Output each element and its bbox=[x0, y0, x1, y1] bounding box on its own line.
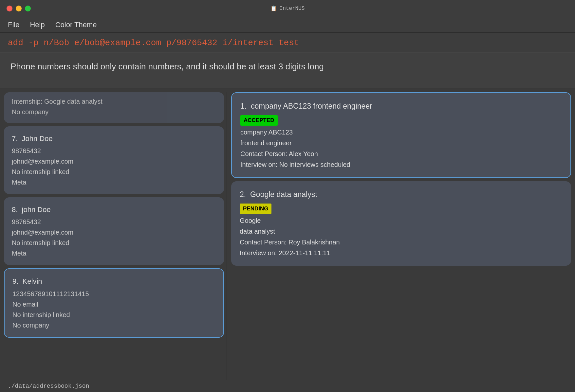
status-path: ./data/addressbook.json bbox=[8, 383, 89, 389]
contact-name-9: 9. Kelvin bbox=[12, 276, 215, 287]
title-bar: 📋 InterNUS bbox=[0, 0, 575, 17]
right-panel: 1. company ABC123 frontend engineer ACCE… bbox=[227, 92, 571, 380]
contact-internship-9: No internship linked bbox=[12, 310, 215, 320]
internship-card-1[interactable]: 1. company ABC123 frontend engineer ACCE… bbox=[231, 92, 571, 178]
contact-email-9: No email bbox=[12, 299, 215, 310]
error-area: Phone numbers should only contain number… bbox=[0, 52, 575, 88]
app-icon: 📋 bbox=[270, 5, 277, 12]
status-badge-1: ACCEPTED bbox=[240, 115, 278, 126]
status-badge-2: PENDING bbox=[240, 204, 271, 214]
contact-company-9: No company bbox=[12, 320, 215, 330]
contact-name-7: 7. John Doe bbox=[12, 133, 216, 144]
contact-name-8: 8. john Doe bbox=[12, 204, 216, 215]
close-button[interactable] bbox=[7, 6, 12, 11]
contact-internship-8: No internship linked bbox=[12, 238, 216, 248]
internship-title-1: 1. company ABC123 frontend engineer bbox=[240, 100, 562, 113]
window-title: 📋 InterNUS bbox=[270, 5, 305, 12]
menu-color-theme[interactable]: Color Theme bbox=[55, 21, 97, 29]
contact-card-8[interactable]: 8. john Doe 98765432 johnd@example.com N… bbox=[4, 197, 224, 265]
error-message: Phone numbers should only contain number… bbox=[10, 62, 324, 71]
contact-phone-9: 1234567891011121314​15 bbox=[12, 289, 215, 299]
command-input[interactable] bbox=[8, 38, 567, 48]
internship-contact-2: Contact Person: Roy Balakrishnan bbox=[240, 237, 563, 248]
internship-role-1: frontend engineer bbox=[240, 138, 562, 149]
contact-internship-7: No internship linked bbox=[12, 167, 216, 177]
partial-card-line1: Internship: Google data analyst bbox=[12, 96, 216, 107]
menu-file[interactable]: File bbox=[8, 21, 19, 29]
minimize-button[interactable] bbox=[16, 6, 22, 11]
contact-phone-8: 98765432 bbox=[12, 217, 216, 227]
partial-card-line2: No company bbox=[12, 107, 216, 117]
internship-interview-2: Interview on: 2022-11-11 11:11 bbox=[240, 248, 563, 258]
traffic-lights bbox=[7, 6, 31, 11]
app-title-text: InterNUS bbox=[280, 6, 305, 11]
menu-bar: File Help Color Theme bbox=[0, 17, 575, 33]
contact-email-8: johnd@example.com bbox=[12, 227, 216, 238]
contact-email-7: johnd@example.com bbox=[12, 156, 216, 167]
contact-company-8: Meta bbox=[12, 248, 216, 258]
menu-help[interactable]: Help bbox=[30, 21, 45, 29]
internship-contact-1: Contact Person: Alex Yeoh bbox=[240, 149, 562, 159]
internship-title-2: 2. Google data analyst bbox=[240, 188, 563, 201]
partial-contact-card[interactable]: Internship: Google data analyst No compa… bbox=[4, 92, 224, 123]
main-content: Internship: Google data analyst No compa… bbox=[0, 88, 575, 380]
maximize-button[interactable] bbox=[25, 6, 31, 11]
internship-card-2[interactable]: 2. Google data analyst PENDING Google da… bbox=[231, 181, 571, 266]
internship-company-1: company ABC123 bbox=[240, 127, 562, 138]
status-bar: ./data/addressbook.json bbox=[0, 380, 575, 392]
contact-card-7[interactable]: 7. John Doe 98765432 johnd@example.com N… bbox=[4, 126, 224, 194]
contact-company-7: Meta bbox=[12, 177, 216, 187]
internship-interview-1: Interview on: No interviews scheduled bbox=[240, 159, 562, 170]
internship-company-2: Google bbox=[240, 215, 563, 226]
internship-role-2: data analyst bbox=[240, 226, 563, 237]
contact-card-9[interactable]: 9. Kelvin 1234567891011121314​15 No emai… bbox=[4, 268, 224, 337]
left-panel: Internship: Google data analyst No compa… bbox=[4, 92, 227, 380]
command-area bbox=[0, 33, 575, 52]
contact-phone-7: 98765432 bbox=[12, 146, 216, 156]
